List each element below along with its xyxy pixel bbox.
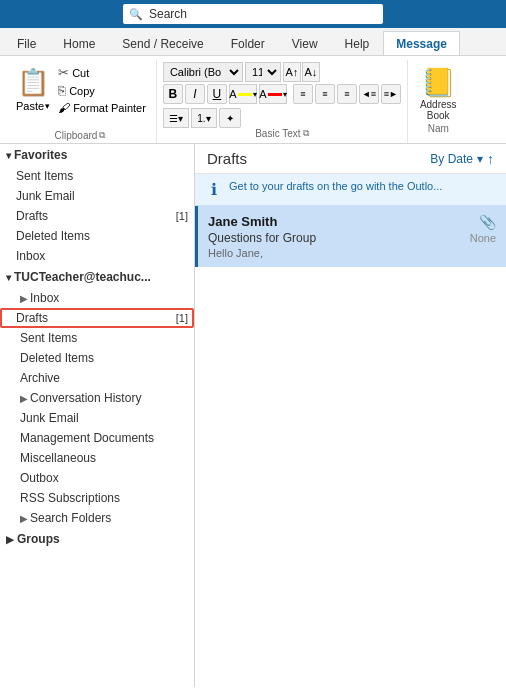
email-sender: Jane Smith	[208, 214, 470, 229]
info-banner: ℹ Get to your drafts on the go with the …	[195, 174, 506, 206]
tab-home[interactable]: Home	[50, 31, 108, 55]
conversation-history-label: Conversation History	[30, 391, 141, 405]
tab-message[interactable]: Message	[383, 31, 460, 55]
deleted-items-account-label: Deleted Items	[20, 351, 94, 365]
email-preview: Hello Jane,	[208, 247, 470, 259]
tab-help[interactable]: Help	[332, 31, 383, 55]
format-painter-label: Format Painter	[73, 102, 146, 114]
highlight-dropdown-icon[interactable]: ▾	[253, 90, 257, 99]
search-icon: 🔍	[129, 8, 143, 21]
email-item[interactable]: Jane Smith Questions for Group Hello Jan…	[195, 206, 506, 267]
miscellaneous-label: Miscellaneous	[20, 451, 96, 465]
font-group-label: Basic Text	[255, 128, 300, 139]
sidebar-item-search-folders[interactable]: ▶ Search Folders	[0, 508, 194, 528]
sidebar-item-inbox-account[interactable]: ▶ Inbox	[0, 288, 194, 308]
copy-button[interactable]: ⎘ Copy	[56, 82, 148, 99]
font-size-decrease-button[interactable]: A↓	[302, 62, 320, 82]
conversation-expand-arrow: ▶	[20, 393, 28, 404]
favorites-label: Favorites	[14, 148, 67, 162]
highlight-button[interactable]: A ▾	[229, 84, 257, 104]
sidebar-item-miscellaneous[interactable]: Miscellaneous	[0, 448, 194, 468]
copy-label: Copy	[69, 85, 95, 97]
sidebar-item-management-docs[interactable]: Management Documents	[0, 428, 194, 448]
sidebar-item-sent-items-account[interactable]: Sent Items	[0, 328, 194, 348]
outbox-label: Outbox	[20, 471, 59, 485]
highlight-color-bar	[238, 93, 252, 96]
search-folders-label: Search Folders	[30, 511, 111, 525]
paste-button[interactable]: 📋 Paste ▾	[12, 62, 54, 114]
groups-section-header[interactable]: ▶ Groups	[0, 528, 194, 550]
tab-file[interactable]: File	[4, 31, 49, 55]
info-text: Get to your drafts on the go with the Ou…	[229, 180, 442, 192]
cut-label: Cut	[72, 67, 89, 79]
sort-button[interactable]: By Date ▾ ↑	[430, 151, 494, 167]
copy-icon: ⎘	[58, 83, 66, 98]
favorites-section-header[interactable]: ▾ Favorites	[0, 144, 194, 166]
font-group: Calibri (Bo 11 A↑ A↓ B I U A	[157, 60, 408, 143]
paste-dropdown-icon[interactable]: ▾	[45, 101, 50, 111]
sort-direction-icon[interactable]: ↑	[487, 151, 494, 167]
underline-button[interactable]: U	[207, 84, 227, 104]
format-painter-button[interactable]: 🖌 Format Painter	[56, 100, 148, 116]
numbered-list-button[interactable]: 1.▾	[191, 108, 217, 128]
align-left-button[interactable]: ≡	[293, 84, 313, 104]
font-color-button[interactable]: A ▾	[259, 84, 287, 104]
sidebar-item-archive-account[interactable]: Archive	[0, 368, 194, 388]
attachment-icon: 📎	[479, 214, 496, 230]
sidebar: ▾ Favorites Sent Items Junk Email Drafts…	[0, 144, 195, 687]
names-group: 📒 AddressBook Nam	[408, 60, 469, 143]
font-size-controls: A↑ A↓	[283, 62, 320, 82]
sidebar-item-sent-items-favorites[interactable]: Sent Items	[0, 166, 194, 186]
drafts-favorites-badge: [1]	[176, 210, 188, 222]
account-section-header[interactable]: ▾ TUCTeacher@teachuc...	[0, 266, 194, 288]
align-right-button[interactable]: ≡	[337, 84, 357, 104]
sidebar-item-junk-email-favorites[interactable]: Junk Email	[0, 186, 194, 206]
highlight-icon: A	[229, 88, 236, 100]
sidebar-item-inbox-favorites[interactable]: Inbox	[0, 246, 194, 266]
italic-button[interactable]: I	[185, 84, 205, 104]
address-book-button[interactable]: 📒 AddressBook	[414, 64, 463, 123]
font-group-expand-icon[interactable]: ⧉	[303, 128, 309, 139]
cut-button[interactable]: ✂ Cut	[56, 64, 148, 81]
junk-email-account-label: Junk Email	[20, 411, 79, 425]
clear-format-button[interactable]: ✦	[219, 108, 241, 128]
address-book-icon: 📒	[421, 66, 456, 99]
search-box-container[interactable]: 🔍 Search	[123, 4, 383, 24]
indent-increase-button[interactable]: ≡►	[381, 84, 401, 104]
clipboard-expand-icon[interactable]: ⧉	[99, 130, 105, 141]
font-size-select[interactable]: 11	[245, 62, 281, 82]
sidebar-item-outbox[interactable]: Outbox	[0, 468, 194, 488]
sidebar-item-deleted-items-account[interactable]: Deleted Items	[0, 348, 194, 368]
tab-view[interactable]: View	[279, 31, 331, 55]
sidebar-item-drafts-account[interactable]: Drafts [1]	[0, 308, 194, 328]
inbox-favorites-label: Inbox	[16, 249, 45, 263]
inbox-account-label: Inbox	[30, 291, 59, 305]
search-bar: 🔍 Search	[0, 0, 506, 28]
drafts-account-badge: [1]	[176, 312, 188, 324]
bullet-list-button[interactable]: ☰▾	[163, 108, 189, 128]
sidebar-item-deleted-items-favorites[interactable]: Deleted Items	[0, 226, 194, 246]
groups-label: Groups	[17, 532, 60, 546]
tab-folder[interactable]: Folder	[218, 31, 278, 55]
align-center-button[interactable]: ≡	[315, 84, 335, 104]
sidebar-item-drafts-favorites[interactable]: Drafts [1]	[0, 206, 194, 226]
email-subject: Questions for Group	[208, 231, 470, 245]
font-size-increase-button[interactable]: A↑	[283, 62, 301, 82]
font-color-dropdown-icon[interactable]: ▾	[283, 90, 287, 99]
font-color-bar	[268, 93, 282, 96]
sidebar-item-junk-email-account[interactable]: Junk Email	[0, 408, 194, 428]
folder-title: Drafts	[207, 150, 247, 167]
favorites-collapse-arrow: ▾	[6, 150, 11, 161]
clipboard-group: 📋 Paste ▾ ✂ Cut ⎘ Copy 🖌 Format Pa	[4, 60, 157, 143]
bold-button[interactable]: B	[163, 84, 183, 104]
archive-label: Archive	[20, 371, 60, 385]
ribbon-toolbar: 📋 Paste ▾ ✂ Cut ⎘ Copy 🖌 Format Pa	[0, 56, 506, 144]
sidebar-item-conversation-history[interactable]: ▶ Conversation History	[0, 388, 194, 408]
email-right: 📎 None	[470, 214, 496, 244]
font-name-select[interactable]: Calibri (Bo	[163, 62, 243, 82]
indent-decrease-button[interactable]: ◄≡	[359, 84, 379, 104]
sidebar-item-rss-subscriptions[interactable]: RSS Subscriptions	[0, 488, 194, 508]
font-group-label-row: Basic Text ⧉	[163, 128, 401, 139]
tab-send-receive[interactable]: Send / Receive	[109, 31, 216, 55]
sort-dropdown-icon: ▾	[477, 152, 483, 166]
